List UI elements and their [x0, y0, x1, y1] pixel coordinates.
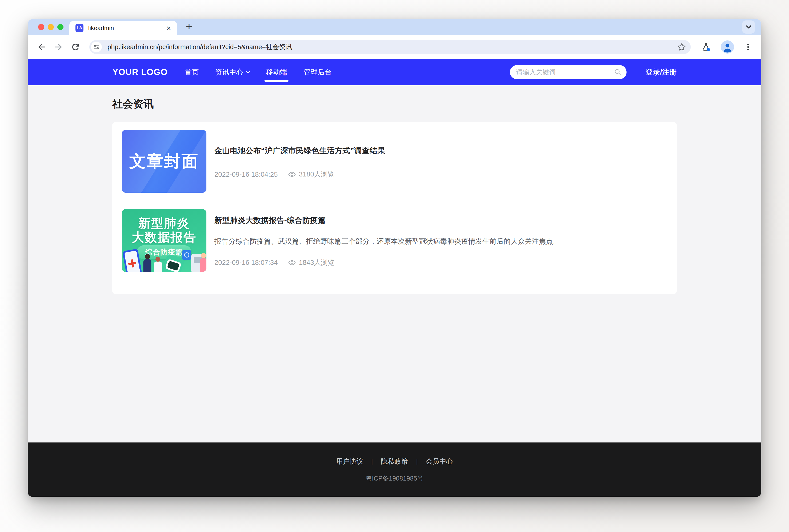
new-tab-button[interactable]: + — [186, 20, 192, 33]
article-row[interactable]: 文章封面 金山电池公布“沪广深市民绿色生活方式”调查结果 2022-09-16 … — [122, 130, 667, 201]
article-cover-image[interactable]: 新型肺炎 大数据报告 综合防疫篇 — [122, 209, 206, 272]
experiments-flask-icon[interactable] — [701, 42, 711, 52]
footer-separator: | — [371, 458, 373, 465]
page-content: 社会资讯 文章封面 金山电池公布“沪广深市民绿色生活方式”调查结果 2022-0… — [28, 85, 761, 442]
fullscreen-window-button[interactable] — [57, 24, 63, 30]
window-controls — [28, 24, 63, 30]
cover-illustration-person — [200, 258, 206, 272]
nav-item-news-center[interactable]: 资讯中心 — [215, 59, 250, 85]
eye-views-icon — [288, 259, 296, 267]
tab-close-icon[interactable]: × — [166, 24, 171, 32]
browser-toolbar: php.likeadmin.cn/pc/information/default?… — [28, 35, 761, 59]
footer-separator: | — [416, 458, 418, 465]
close-window-button[interactable] — [38, 24, 44, 30]
article-meta: 2022-09-16 18:04:25 3180人浏览 — [214, 170, 667, 179]
bookmark-star-icon[interactable] — [677, 42, 687, 52]
back-button[interactable] — [37, 42, 46, 52]
browser-tab[interactable]: LA likeadmin × — [69, 21, 177, 35]
nav-item-home[interactable]: 首页 — [184, 59, 199, 85]
browser-menu-kebab-icon[interactable] — [744, 43, 752, 51]
main-menu: 首页 资讯中心 移动端 管理后台 — [184, 59, 332, 85]
article-meta: 2022-09-16 18:07:34 1843人浏览 — [214, 258, 667, 267]
minimize-window-button[interactable] — [48, 24, 54, 30]
article-date: 2022-09-16 18:07:34 — [214, 259, 278, 266]
login-register-link[interactable]: 登录/注册 — [645, 67, 677, 77]
reload-button[interactable] — [71, 42, 80, 52]
cover-illustration-fingerprint — [182, 250, 191, 260]
nav-item-mobile[interactable]: 移动端 — [265, 59, 287, 85]
page-title: 社会资讯 — [112, 97, 677, 111]
tab-favicon: LA — [75, 24, 83, 32]
eye-views-icon — [288, 170, 296, 178]
cover-illustration-person — [154, 262, 162, 272]
footer-link-privacy-policy[interactable]: 隐私政策 — [381, 457, 408, 466]
article-title[interactable]: 金山电池公布“沪广深市民绿色生活方式”调查结果 — [214, 146, 667, 156]
site-settings-icon[interactable] — [91, 42, 102, 52]
article-views: 1843人浏览 — [299, 258, 335, 267]
footer-link-user-agreement[interactable]: 用户协议 — [336, 457, 363, 466]
nav-item-admin[interactable]: 管理后台 — [303, 59, 332, 85]
tab-search-button[interactable] — [742, 20, 755, 34]
cover-illustration-person — [144, 259, 151, 272]
icp-filing-number: 粤ICP备19081985号 — [365, 474, 424, 483]
search-icon[interactable] — [614, 68, 622, 76]
article-views: 3180人浏览 — [299, 170, 335, 179]
forward-button[interactable] — [54, 42, 63, 52]
site-footer: 用户协议 | 隐私政策 | 会员中心 粤ICP备19081985号 — [28, 442, 761, 497]
cover-text: 文章封面 — [122, 130, 206, 193]
article-title[interactable]: 新型肺炎大数据报告-综合防疫篇 — [214, 215, 667, 226]
article-row[interactable]: 新型肺炎 大数据报告 综合防疫篇 新型肺炎大数据报告-综合防疫篇 报告分综合防 — [122, 201, 667, 280]
keyword-search — [510, 65, 626, 79]
site-navbar: YOUR LOGO 首页 资讯中心 移动端 管理后台 登录/注册 — [28, 59, 761, 85]
browser-window: LA likeadmin × + php.likeadmin.cn/pc/inf… — [28, 19, 761, 497]
article-description: 报告分综合防疫篇、武汉篇、拒绝野味篇三个部分，还原本次新型冠状病毒肺炎疫情发生前… — [214, 236, 667, 246]
address-bar[interactable]: php.likeadmin.cn/pc/information/default?… — [89, 40, 691, 54]
profile-avatar[interactable] — [721, 40, 734, 54]
cover-text-line2: 大数据报告 — [122, 229, 206, 246]
chevron-down-icon — [746, 23, 751, 28]
tab-title: likeadmin — [88, 24, 114, 32]
site-logo[interactable]: YOUR LOGO — [112, 67, 168, 77]
footer-link-member-center[interactable]: 会员中心 — [426, 457, 453, 466]
article-date: 2022-09-16 18:04:25 — [214, 171, 278, 178]
search-input[interactable] — [516, 69, 614, 76]
tab-strip: LA likeadmin × + — [28, 19, 761, 35]
article-cover-image[interactable]: 文章封面 — [122, 130, 206, 193]
chevron-down-icon — [246, 70, 250, 74]
url-text[interactable]: php.likeadmin.cn/pc/information/default?… — [108, 42, 677, 52]
toolbar-actions — [701, 40, 752, 54]
article-list-card: 文章封面 金山电池公布“沪广深市民绿色生活方式”调查结果 2022-09-16 … — [112, 122, 677, 294]
